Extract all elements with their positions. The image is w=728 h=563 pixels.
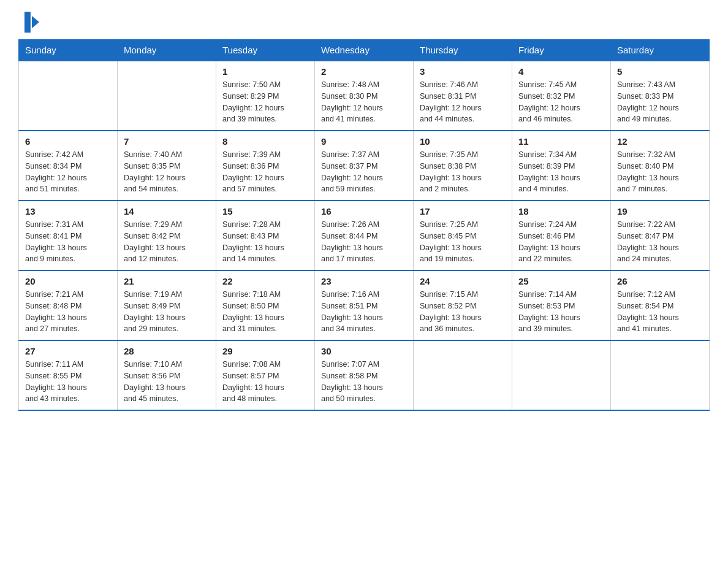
cell-w3-d5: 18Sunrise: 7:24 AM Sunset: 8:46 PM Dayli…	[512, 201, 611, 270]
day-number: 22	[222, 276, 308, 286]
day-number: 9	[321, 136, 407, 147]
day-info: Sunrise: 7:24 AM Sunset: 8:46 PM Dayligh…	[518, 219, 604, 265]
day-info: Sunrise: 7:39 AM Sunset: 8:36 PM Dayligh…	[222, 149, 308, 195]
day-info: Sunrise: 7:18 AM Sunset: 8:50 PM Dayligh…	[222, 289, 308, 335]
cell-w5-d3: 30Sunrise: 7:07 AM Sunset: 8:58 PM Dayli…	[315, 340, 414, 410]
day-info: Sunrise: 7:50 AM Sunset: 8:29 PM Dayligh…	[222, 79, 308, 125]
cell-w3-d2: 15Sunrise: 7:28 AM Sunset: 8:43 PM Dayli…	[216, 201, 315, 270]
day-number: 19	[617, 206, 703, 216]
cell-w3-d1: 14Sunrise: 7:29 AM Sunset: 8:42 PM Dayli…	[118, 201, 216, 270]
cell-w3-d4: 17Sunrise: 7:25 AM Sunset: 8:45 PM Dayli…	[414, 201, 512, 270]
logo: ▐	[18, 12, 39, 29]
day-info: Sunrise: 7:28 AM Sunset: 8:43 PM Dayligh…	[222, 219, 308, 265]
cell-w4-d0: 20Sunrise: 7:21 AM Sunset: 8:48 PM Dayli…	[19, 270, 118, 340]
day-number: 5	[617, 66, 703, 77]
cell-w2-d3: 9Sunrise: 7:37 AM Sunset: 8:37 PM Daylig…	[315, 131, 414, 201]
day-info: Sunrise: 7:14 AM Sunset: 8:53 PM Dayligh…	[518, 289, 604, 335]
cell-w4-d1: 21Sunrise: 7:19 AM Sunset: 8:49 PM Dayli…	[118, 270, 216, 340]
cell-w3-d6: 19Sunrise: 7:22 AM Sunset: 8:47 PM Dayli…	[611, 201, 710, 270]
day-number: 18	[518, 206, 604, 216]
day-info: Sunrise: 7:37 AM Sunset: 8:37 PM Dayligh…	[321, 149, 407, 195]
calendar-table: Sunday Monday Tuesday Wednesday Thursday…	[18, 39, 710, 411]
day-number: 11	[518, 136, 604, 147]
cell-w4-d3: 23Sunrise: 7:16 AM Sunset: 8:51 PM Dayli…	[315, 270, 414, 340]
day-number: 7	[124, 136, 210, 147]
day-info: Sunrise: 7:35 AM Sunset: 8:38 PM Dayligh…	[420, 149, 506, 195]
logo-general-blue: ▐	[18, 12, 31, 32]
day-number: 21	[124, 276, 210, 286]
day-info: Sunrise: 7:22 AM Sunset: 8:47 PM Dayligh…	[617, 219, 703, 265]
logo-arrow-icon	[32, 16, 39, 28]
cell-w1-d2: 1Sunrise: 7:50 AM Sunset: 8:29 PM Daylig…	[216, 61, 315, 131]
day-number: 28	[124, 346, 210, 356]
day-number: 20	[25, 276, 111, 286]
cell-w4-d2: 22Sunrise: 7:18 AM Sunset: 8:50 PM Dayli…	[216, 270, 315, 340]
day-info: Sunrise: 7:46 AM Sunset: 8:31 PM Dayligh…	[420, 79, 506, 125]
cell-w2-d0: 6Sunrise: 7:42 AM Sunset: 8:34 PM Daylig…	[19, 131, 118, 201]
day-number: 30	[321, 346, 407, 356]
col-sunday: Sunday	[19, 40, 118, 61]
week-row-1: 1Sunrise: 7:50 AM Sunset: 8:29 PM Daylig…	[19, 61, 710, 131]
col-tuesday: Tuesday	[216, 40, 315, 61]
day-number: 12	[617, 136, 703, 147]
cell-w3-d3: 16Sunrise: 7:26 AM Sunset: 8:44 PM Dayli…	[315, 201, 414, 270]
day-info: Sunrise: 7:12 AM Sunset: 8:54 PM Dayligh…	[617, 289, 703, 335]
week-row-2: 6Sunrise: 7:42 AM Sunset: 8:34 PM Daylig…	[19, 131, 710, 201]
day-info: Sunrise: 7:42 AM Sunset: 8:34 PM Dayligh…	[25, 149, 111, 195]
col-saturday: Saturday	[611, 40, 710, 61]
day-info: Sunrise: 7:15 AM Sunset: 8:52 PM Dayligh…	[420, 289, 506, 335]
day-number: 1	[222, 66, 308, 77]
cell-w5-d0: 27Sunrise: 7:11 AM Sunset: 8:55 PM Dayli…	[19, 340, 118, 410]
col-wednesday: Wednesday	[315, 40, 414, 61]
cell-w2-d4: 10Sunrise: 7:35 AM Sunset: 8:38 PM Dayli…	[414, 131, 512, 201]
day-number: 16	[321, 206, 407, 216]
col-friday: Friday	[512, 40, 611, 61]
day-info: Sunrise: 7:34 AM Sunset: 8:39 PM Dayligh…	[518, 149, 604, 195]
cell-w2-d2: 8Sunrise: 7:39 AM Sunset: 8:36 PM Daylig…	[216, 131, 315, 201]
cell-w5-d4	[414, 340, 512, 410]
cell-w2-d5: 11Sunrise: 7:34 AM Sunset: 8:39 PM Dayli…	[512, 131, 611, 201]
day-number: 15	[222, 206, 308, 216]
day-number: 27	[25, 346, 111, 356]
day-number: 10	[420, 136, 506, 147]
cell-w1-d5: 4Sunrise: 7:45 AM Sunset: 8:32 PM Daylig…	[512, 61, 611, 131]
cell-w5-d1: 28Sunrise: 7:10 AM Sunset: 8:56 PM Dayli…	[118, 340, 216, 410]
day-info: Sunrise: 7:19 AM Sunset: 8:49 PM Dayligh…	[124, 289, 210, 335]
cell-w2-d1: 7Sunrise: 7:40 AM Sunset: 8:35 PM Daylig…	[118, 131, 216, 201]
day-info: Sunrise: 7:10 AM Sunset: 8:56 PM Dayligh…	[124, 359, 210, 405]
day-number: 6	[25, 136, 111, 147]
cell-w2-d6: 12Sunrise: 7:32 AM Sunset: 8:40 PM Dayli…	[611, 131, 710, 201]
day-info: Sunrise: 7:32 AM Sunset: 8:40 PM Dayligh…	[617, 149, 703, 195]
day-number: 25	[518, 276, 604, 286]
cell-w4-d4: 24Sunrise: 7:15 AM Sunset: 8:52 PM Dayli…	[414, 270, 512, 340]
day-number: 8	[222, 136, 308, 147]
cell-w3-d0: 13Sunrise: 7:31 AM Sunset: 8:41 PM Dayli…	[19, 201, 118, 270]
page-header: ▐	[18, 12, 710, 29]
cell-w1-d6: 5Sunrise: 7:43 AM Sunset: 8:33 PM Daylig…	[611, 61, 710, 131]
cell-w5-d6	[611, 340, 710, 410]
day-number: 26	[617, 276, 703, 286]
week-row-5: 27Sunrise: 7:11 AM Sunset: 8:55 PM Dayli…	[19, 340, 710, 410]
day-info: Sunrise: 7:21 AM Sunset: 8:48 PM Dayligh…	[25, 289, 111, 335]
cell-w1-d1	[118, 61, 216, 131]
day-info: Sunrise: 7:16 AM Sunset: 8:51 PM Dayligh…	[321, 289, 407, 335]
day-info: Sunrise: 7:31 AM Sunset: 8:41 PM Dayligh…	[25, 219, 111, 265]
week-row-3: 13Sunrise: 7:31 AM Sunset: 8:41 PM Dayli…	[19, 201, 710, 270]
cell-w5-d2: 29Sunrise: 7:08 AM Sunset: 8:57 PM Dayli…	[216, 340, 315, 410]
cell-w1-d4: 3Sunrise: 7:46 AM Sunset: 8:31 PM Daylig…	[414, 61, 512, 131]
cell-w1-d0	[19, 61, 118, 131]
day-number: 4	[518, 66, 604, 77]
day-info: Sunrise: 7:45 AM Sunset: 8:32 PM Dayligh…	[518, 79, 604, 125]
day-info: Sunrise: 7:48 AM Sunset: 8:30 PM Dayligh…	[321, 79, 407, 125]
weekday-header-row: Sunday Monday Tuesday Wednesday Thursday…	[19, 40, 710, 61]
day-number: 3	[420, 66, 506, 77]
col-monday: Monday	[118, 40, 216, 61]
col-thursday: Thursday	[414, 40, 512, 61]
day-info: Sunrise: 7:26 AM Sunset: 8:44 PM Dayligh…	[321, 219, 407, 265]
day-info: Sunrise: 7:40 AM Sunset: 8:35 PM Dayligh…	[124, 149, 210, 195]
day-info: Sunrise: 7:43 AM Sunset: 8:33 PM Dayligh…	[617, 79, 703, 125]
cell-w4-d5: 25Sunrise: 7:14 AM Sunset: 8:53 PM Dayli…	[512, 270, 611, 340]
day-number: 2	[321, 66, 407, 77]
day-info: Sunrise: 7:29 AM Sunset: 8:42 PM Dayligh…	[124, 219, 210, 265]
day-info: Sunrise: 7:08 AM Sunset: 8:57 PM Dayligh…	[222, 359, 308, 405]
